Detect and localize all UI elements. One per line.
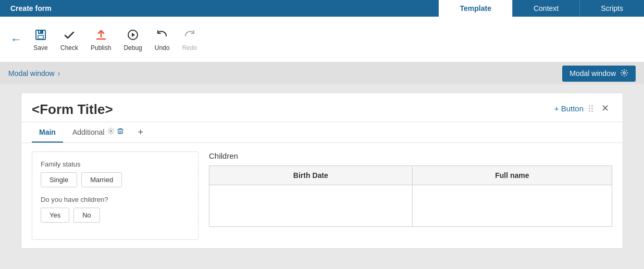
svg-rect-1 xyxy=(38,30,43,34)
svg-point-8 xyxy=(623,72,625,74)
breadcrumb-bar: Modal window › Modal window xyxy=(0,62,644,84)
toolbar: ← Save Check Publis xyxy=(0,17,644,62)
family-status-label: Family status xyxy=(41,160,190,168)
nav-tab-scripts[interactable]: Scripts xyxy=(579,0,644,17)
nav-tab-context[interactable]: Context xyxy=(512,0,579,17)
cell-full-name xyxy=(412,185,612,227)
nav-tabs: Template Context Scripts xyxy=(439,0,644,17)
tab-settings-icon[interactable] xyxy=(107,127,115,136)
svg-point-9 xyxy=(110,130,113,132)
svg-rect-10 xyxy=(118,130,122,134)
main-content: <Form Title> + Button xyxy=(0,84,644,269)
tabs-bar: Main Additional xyxy=(21,122,623,143)
children-no-btn[interactable]: No xyxy=(73,208,100,223)
tab-delete-icon[interactable] xyxy=(117,127,124,136)
svg-rect-3 xyxy=(39,31,40,33)
children-section-label: Children xyxy=(209,151,612,160)
svg-marker-7 xyxy=(132,33,135,37)
form-header-right: + Button ✕ xyxy=(554,101,612,115)
form-body: Family status Single Married Do you have… xyxy=(21,143,623,248)
drag-handle xyxy=(589,105,593,112)
check-button[interactable]: Check xyxy=(54,23,84,56)
app-title: Create form xyxy=(0,0,439,17)
tab-main[interactable]: Main xyxy=(32,123,63,143)
cell-birth-date xyxy=(209,185,413,227)
status-single-btn[interactable]: Single xyxy=(41,172,77,187)
modal-window-button[interactable]: Modal window xyxy=(562,66,636,82)
status-married-btn[interactable]: Married xyxy=(81,172,122,187)
add-tab-button[interactable]: + xyxy=(133,124,147,141)
gear-icon xyxy=(620,69,628,79)
tab-additional-icons xyxy=(107,127,124,136)
redo-icon xyxy=(182,28,197,42)
tab-additional[interactable]: Additional xyxy=(65,122,132,143)
publish-button[interactable]: Publish xyxy=(84,23,117,56)
form-card: <Form Title> + Button xyxy=(21,93,623,249)
children-table: Birth Date Full name xyxy=(209,165,612,227)
nav-tab-template[interactable]: Template xyxy=(439,0,512,17)
debug-icon xyxy=(126,28,140,42)
save-button[interactable]: Save xyxy=(27,23,54,56)
family-status-group: Single Married xyxy=(41,172,190,187)
col-birth-date: Birth Date xyxy=(209,166,413,185)
children-options-group: Yes No xyxy=(41,208,190,223)
table-row xyxy=(209,185,612,227)
breadcrumb: Modal window › xyxy=(8,69,60,78)
breadcrumb-item[interactable]: Modal window xyxy=(8,69,55,78)
undo-icon xyxy=(155,28,169,42)
publish-icon xyxy=(94,28,108,42)
form-left-panel: Family status Single Married Do you have… xyxy=(32,151,199,240)
close-button[interactable]: ✕ xyxy=(598,101,612,115)
save-icon xyxy=(33,28,48,42)
top-nav: Create form Template Context Scripts xyxy=(0,0,644,17)
form-title: <Form Title> xyxy=(32,101,113,118)
undo-button[interactable]: Undo xyxy=(148,23,176,56)
children-yes-btn[interactable]: Yes xyxy=(41,208,69,223)
redo-button[interactable]: Redo xyxy=(176,23,203,56)
form-header: <Form Title> + Button xyxy=(21,93,623,122)
breadcrumb-separator: › xyxy=(58,69,60,78)
children-question-label: Do you have children? xyxy=(41,196,190,203)
svg-rect-2 xyxy=(38,35,43,39)
col-full-name: Full name xyxy=(412,166,612,185)
back-button[interactable]: ← xyxy=(5,29,27,50)
debug-button[interactable]: Debug xyxy=(117,23,148,56)
add-button-btn[interactable]: + Button xyxy=(554,104,584,113)
table-header-row: Birth Date Full name xyxy=(209,166,612,185)
check-icon xyxy=(62,28,77,42)
form-right-panel: Children Birth Date Full name xyxy=(209,151,612,240)
